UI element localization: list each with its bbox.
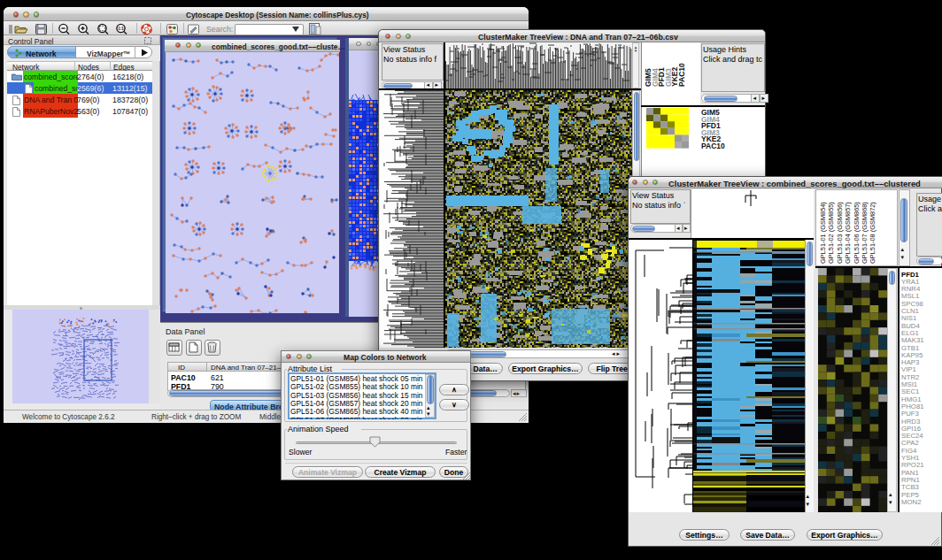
svg-text:1:1: 1:1 [118, 27, 124, 31]
